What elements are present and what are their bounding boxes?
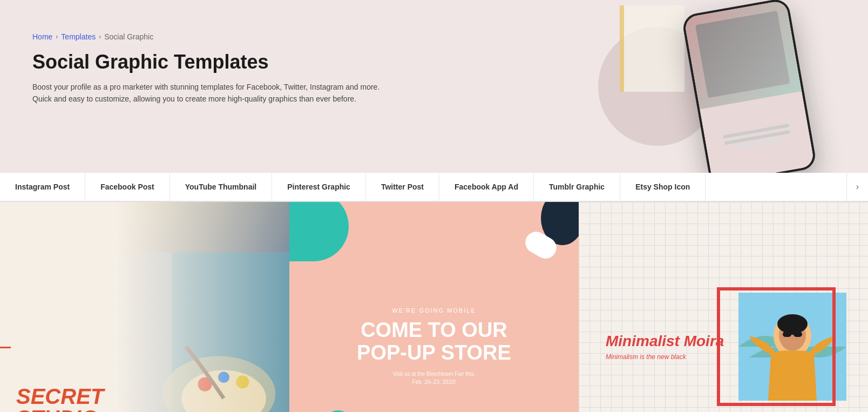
hero-section: Home › Templates › Social Graphic Social… [0,0,868,173]
card-3-subtitle: Minimalism is the new black [606,353,724,361]
tab-etsy-shop-icon[interactable]: Etsy Shop Icon [620,173,706,201]
breadcrumb-sep-1: › [56,33,58,40]
template-card-secret-studio[interactable]: SECRET STUDIO CREATIONS When the workday… [0,202,289,412]
tab-tumblr-graphic[interactable]: Tumblr Graphic [534,173,620,201]
card-1-text-block: SECRET STUDIO CREATIONS When the workday… [0,369,158,412]
tab-instagram-post[interactable]: Instagram Post [0,173,85,201]
card-3-text-block: Minimalist Moira Minimalism is the new b… [606,333,724,361]
breadcrumb-home[interactable]: Home [32,32,52,41]
hero-description: Boost your profile as a pro marketer wit… [32,81,383,105]
card-1-accent-line [0,347,11,348]
breadcrumb-sep-2: › [99,33,101,40]
hero-notebook-decoration [620,5,684,92]
breadcrumb-current: Social Graphic [104,32,153,41]
tabs-bar: Instagram Post Facebook Post YouTube Thu… [0,173,868,202]
card-2-text-block: WE'RE GOING MOBILE COME TO OUR POP-UP ST… [289,202,579,412]
hero-phone-decoration [652,5,825,173]
template-card-popup-store[interactable]: WE'RE GOING MOBILE COME TO OUR POP-UP ST… [289,202,579,412]
tab-facebook-app-ad[interactable]: Facebook App Ad [439,173,534,201]
card-1-title: SECRET STUDIO CREATIONS [16,386,142,412]
card-3-title: Minimalist Moira [606,333,724,350]
phone-screen-content [683,0,802,109]
phone-screen [683,0,815,173]
card-2-main-title: COME TO OUR POP-UP STORE [357,319,511,364]
template-card-minimalist-moira[interactable]: Minimalist Moira Minimalism is the new b… [579,202,868,412]
tabs-next-arrow[interactable]: › [846,173,868,201]
card-2-label-top: WE'RE GOING MOBILE [392,307,476,314]
tab-youtube-thumbnail[interactable]: YouTube Thumbnail [170,173,272,201]
phone-mockup [681,0,818,173]
breadcrumb-templates[interactable]: Templates [61,32,96,41]
templates-grid: SECRET STUDIO CREATIONS When the workday… [0,202,868,412]
card-2-detail: Visit us at the Beechtown Fair this,Feb.… [392,370,475,386]
card-3-red-frame [717,287,836,406]
tab-pinterest-graphic[interactable]: Pinterest Graphic [272,173,366,201]
tab-twitter-post[interactable]: Twitter Post [366,173,439,201]
tab-facebook-post[interactable]: Facebook Post [85,173,170,201]
phone-photo [695,11,790,98]
